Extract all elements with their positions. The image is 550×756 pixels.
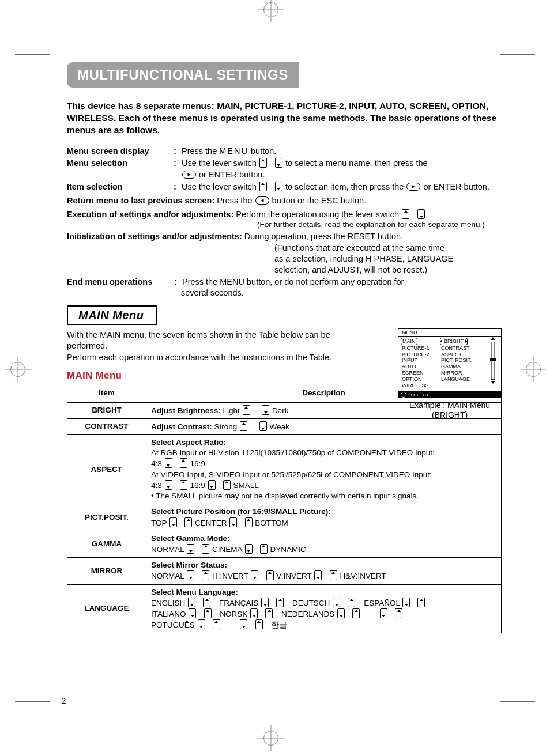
page-number: 2 bbox=[61, 695, 66, 705]
lever-down-icon bbox=[169, 517, 177, 527]
op-body: Use the lever switch to select a menu na… bbox=[182, 158, 502, 180]
op-label: Item selection bbox=[67, 182, 174, 193]
lever-up-icon bbox=[240, 421, 247, 431]
lever-up-icon bbox=[259, 182, 267, 191]
op-label: Menu selection bbox=[67, 158, 174, 169]
table-row: GAMMA Select Gamma Mode: NORMAL CINEMA D… bbox=[67, 531, 502, 557]
main-menu-title: MAIN Menu bbox=[78, 309, 144, 322]
main-menu-desc: With the MAIN menu, the seven items show… bbox=[67, 330, 367, 364]
table-row: ASPECT Select Aspect Ratio: At RGB Input… bbox=[67, 434, 502, 504]
table-row: CONTRAST Adjust Contrast: Strong Weak bbox=[67, 418, 502, 434]
op-sub: several seconds. bbox=[181, 288, 502, 297]
lever-up-icon bbox=[266, 570, 274, 580]
op-sub: as a selection, including H PHASE, LANGU… bbox=[274, 254, 502, 264]
op-body: Use the lever switch to select an item, … bbox=[182, 182, 502, 193]
osd-value: 12 bbox=[490, 391, 499, 397]
crop-mark-bottom bbox=[263, 731, 287, 754]
op-body: Press the MENU button. bbox=[182, 146, 502, 157]
osd-slider bbox=[488, 338, 498, 387]
crop-corner-tl bbox=[15, 20, 50, 55]
lever-up-icon bbox=[204, 608, 212, 618]
lever-up-icon bbox=[180, 458, 187, 468]
lever-down-icon bbox=[245, 544, 253, 554]
lever-up-icon bbox=[352, 608, 360, 618]
lever-down-icon bbox=[402, 598, 410, 607]
main-menu-table: Item Description BRIGHT Adjust Brightnes… bbox=[67, 384, 502, 633]
table-row: MIRROR Select Mirror Status: NORMAL H:IN… bbox=[67, 558, 502, 584]
lever-down-icon bbox=[229, 517, 237, 527]
joystick-icon bbox=[401, 392, 406, 398]
lever-up-icon bbox=[417, 598, 425, 607]
op-label: Return menu to last previous screen: bbox=[67, 196, 217, 205]
table-row: PICT.POSIT. Select Picture Position (for… bbox=[67, 504, 502, 531]
table-header-item: Item bbox=[67, 384, 146, 402]
section-heading: MULTIFUNCTIONAL SETTINGS bbox=[67, 62, 299, 88]
lever-up-icon bbox=[260, 544, 268, 554]
lever-down-icon bbox=[417, 209, 425, 219]
op-sub: selection, and ADJUST, will not be reset… bbox=[274, 264, 502, 275]
lever-down-icon bbox=[165, 458, 172, 468]
lever-up-icon bbox=[395, 608, 402, 618]
lever-up-icon bbox=[243, 405, 250, 415]
op-label: Initialization of settings and/or adjust… bbox=[67, 232, 244, 241]
lever-up-icon bbox=[223, 480, 231, 490]
lever-up-icon bbox=[265, 608, 273, 618]
page-content: MULTIFUNCTIONAL SETTINGS This device has… bbox=[67, 62, 502, 704]
crop-corner-tr bbox=[500, 20, 535, 55]
lever-down-icon bbox=[337, 608, 345, 618]
lever-down-icon bbox=[165, 480, 172, 490]
intro-paragraph: This device has 8 separate menus: MAIN, … bbox=[67, 100, 502, 137]
osd-example: MENU MAIN PICTURE-1 PICTURE-2 INPUT AUTO… bbox=[398, 328, 502, 420]
lever-down-icon bbox=[275, 158, 282, 168]
lever-up-icon bbox=[348, 598, 355, 607]
lever-down-icon bbox=[189, 608, 196, 618]
lever-down-icon bbox=[187, 544, 194, 554]
lever-down-icon bbox=[261, 598, 269, 607]
main-menu-title-box: MAIN Menu bbox=[67, 305, 157, 325]
osd-footer: : SELECT bbox=[398, 391, 501, 398]
lever-down-icon bbox=[188, 598, 195, 607]
lever-up-icon bbox=[330, 570, 337, 580]
lever-up-icon bbox=[402, 209, 409, 219]
op-body: Press the MENU button, or do not perform… bbox=[182, 277, 502, 288]
lever-up-icon bbox=[202, 570, 209, 580]
lever-up-icon bbox=[184, 517, 192, 527]
op-sub: (Functions that are executed at the same… bbox=[274, 243, 502, 254]
lever-up-icon bbox=[245, 517, 253, 527]
lever-up-icon bbox=[259, 158, 267, 168]
lever-down-icon bbox=[208, 480, 216, 490]
lever-down-icon bbox=[275, 182, 282, 191]
lever-down-icon bbox=[333, 598, 340, 607]
lever-down-icon bbox=[240, 619, 247, 629]
op-note: (For further details, read the explanati… bbox=[257, 220, 502, 229]
crop-mark-top bbox=[263, 2, 287, 25]
lever-down-icon bbox=[187, 570, 194, 580]
lever-up-icon bbox=[203, 598, 210, 607]
lever-up-icon bbox=[180, 480, 187, 490]
operations-list: Menu screen display : Press the MENU but… bbox=[67, 146, 502, 297]
crop-corner-bl bbox=[15, 701, 50, 736]
lever-down-icon bbox=[259, 421, 267, 431]
op-label: Menu screen display bbox=[67, 146, 174, 157]
lever-up-icon bbox=[202, 544, 209, 554]
lever-up-icon bbox=[276, 598, 284, 607]
lever-down-icon bbox=[250, 608, 258, 618]
lever-down-icon bbox=[198, 619, 205, 629]
crop-corner-br bbox=[500, 701, 535, 736]
lever-up-icon bbox=[213, 619, 220, 629]
op-label: Execution of settings and/or adjustments… bbox=[67, 210, 236, 219]
lever-down-icon bbox=[251, 570, 258, 580]
lever-up-icon bbox=[255, 619, 263, 629]
op-label: End menu operations bbox=[67, 277, 174, 288]
oval-right-icon bbox=[182, 171, 196, 179]
oval-right-icon bbox=[406, 183, 420, 191]
lever-down-icon bbox=[380, 608, 387, 618]
lever-down-icon bbox=[262, 405, 269, 415]
table-row: LANGUAGE Select Menu Language: ENGLISH F… bbox=[67, 584, 502, 633]
osd-header: MENU bbox=[398, 329, 501, 337]
osd-caption: Example : MAIN Menu (BRIGHT) bbox=[398, 400, 502, 420]
osd-left-col: MAIN PICTURE-1 PICTURE-2 INPUT AUTO SCRE… bbox=[398, 337, 438, 391]
oval-left-icon bbox=[255, 196, 269, 205]
lever-down-icon bbox=[314, 570, 322, 580]
